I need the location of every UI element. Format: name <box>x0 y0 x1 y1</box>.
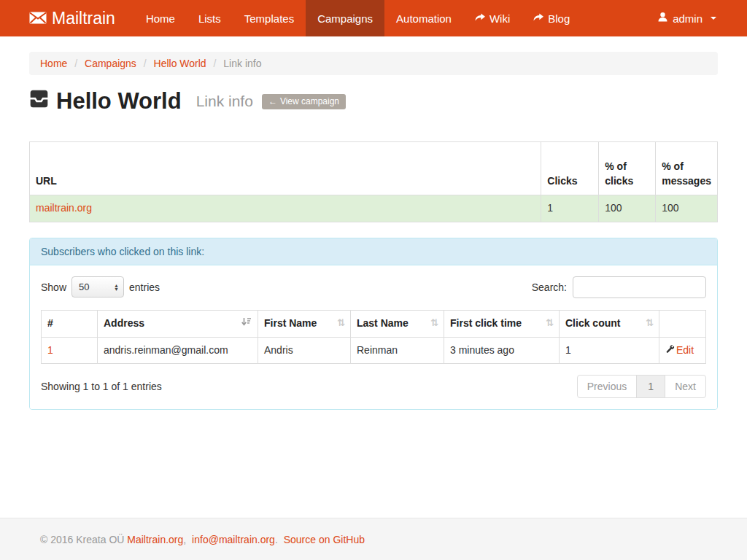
subscribers-header-row: # Address First Na <box>42 310 706 337</box>
page-title-text: Hello World <box>56 88 182 114</box>
table-info-text: Showing 1 to 1 of 1 entries <box>41 381 162 392</box>
links-header-url: URL <box>30 142 541 195</box>
user-icon <box>657 12 668 25</box>
header-label: # <box>47 316 53 331</box>
brand-label: Mailtrain <box>52 9 115 28</box>
subscriber-index-link[interactable]: 1 <box>47 344 53 356</box>
header-label: First Name <box>264 316 317 331</box>
page-subtitle: Link info <box>196 93 253 110</box>
links-table-row: mailtrain.org 1 100 100 <box>30 195 718 222</box>
nav-label: Lists <box>198 12 221 25</box>
brand-link[interactable]: Mailtrain <box>19 0 125 36</box>
header-actions <box>659 310 706 337</box>
links-table: URL Clicks % of clicks % of messages mai… <box>29 141 718 222</box>
nav-item-wiki[interactable]: Wiki <box>463 0 522 36</box>
footer-mailtrain-link[interactable]: Mailtrain.org <box>127 534 183 545</box>
page-length-control: Show 50 ▲▼ entries <box>41 276 160 298</box>
pagination-previous-button[interactable]: Previous <box>577 375 637 398</box>
url-link[interactable]: mailtrain.org <box>36 202 92 214</box>
subscribers-panel: Subscribers who clicked on this link: Sh… <box>29 238 718 411</box>
nav-label: Home <box>146 12 175 25</box>
top-navbar: Mailtrain Home Lists Templates Campaigns… <box>0 0 747 36</box>
share-icon <box>533 12 543 25</box>
header-index: # <box>42 310 98 337</box>
links-header-pct-messages: % of messages <box>656 142 718 195</box>
header-label: Address <box>104 316 144 331</box>
subscriber-address: andris.reinman@gmail.com <box>98 337 258 364</box>
panel-title: Subscribers who clicked on this link: <box>30 238 717 265</box>
sort-icon: ⇅ <box>546 316 553 330</box>
sort-icon: ⇅ <box>337 316 344 330</box>
user-menu[interactable]: admin <box>646 0 728 36</box>
arrow-left-icon: ← <box>268 96 277 106</box>
search-input[interactable] <box>573 276 706 298</box>
breadcrumb-current: Link info <box>223 58 261 69</box>
breadcrumb-hello-world[interactable]: Hello World <box>154 58 206 69</box>
subscriber-click-count: 1 <box>560 337 659 364</box>
view-campaign-label: View campaign <box>280 96 339 106</box>
edit-label: Edit <box>676 343 694 358</box>
links-header-pct-clicks: % of clicks <box>599 142 656 195</box>
nav-item-templates[interactable]: Templates <box>233 0 306 36</box>
breadcrumb-home[interactable]: Home <box>40 58 67 69</box>
header-label: Last Name <box>357 316 409 331</box>
sort-asc-icon <box>241 316 252 331</box>
user-label: admin <box>673 12 703 25</box>
nav-item-automation[interactable]: Automation <box>384 0 463 36</box>
nav-item-home[interactable]: Home <box>134 0 187 36</box>
pagination-next-button[interactable]: Next <box>665 375 706 398</box>
nav-item-lists[interactable]: Lists <box>187 0 233 36</box>
sort-icon: ⇅ <box>430 316 438 330</box>
nav-label: Templates <box>244 12 294 25</box>
datatable-toolbar: Show 50 ▲▼ entries Search: <box>41 276 706 298</box>
copyright-text: © 2016 Kreata OÜ <box>40 534 124 545</box>
show-label: Show <box>41 281 66 293</box>
header-address[interactable]: Address <box>98 310 258 337</box>
header-label: Click count <box>565 316 620 331</box>
pct-clicks-value: 100 <box>599 195 656 222</box>
subscribers-table: # Address First Na <box>41 310 706 365</box>
subscriber-first-name: Andris <box>258 337 351 364</box>
header-label: First click time <box>450 316 522 331</box>
pagination-page-1-button[interactable]: 1 <box>636 375 665 398</box>
datatable-footer: Showing 1 to 1 of 1 entries Previous 1 N… <box>41 375 706 398</box>
header-click-count[interactable]: Click count ⇅ <box>560 310 659 337</box>
subscriber-row: 1 andris.reinman@gmail.com Andris Reinma… <box>42 337 706 364</box>
entries-label: entries <box>129 281 160 293</box>
inbox-icon <box>29 88 49 114</box>
envelope-icon <box>29 9 47 28</box>
main-nav: Home Lists Templates Campaigns Automatio… <box>134 0 581 36</box>
clicks-value: 1 <box>541 195 599 222</box>
footer-email-link[interactable]: info@mailtrain.org <box>192 534 275 545</box>
page-footer: © 2016 Kreata OÜ Mailtrain.org, info@mai… <box>0 518 747 560</box>
page-length-select[interactable]: 50 <box>71 276 124 298</box>
links-table-header-row: URL Clicks % of clicks % of messages <box>30 142 718 195</box>
subscriber-first-click-time: 3 minutes ago <box>444 337 560 364</box>
nav-item-campaigns[interactable]: Campaigns <box>306 0 384 36</box>
footer-separator: . <box>275 534 278 545</box>
footer-source-link[interactable]: Source on GitHub <box>284 534 365 545</box>
pagination: Previous 1 Next <box>577 375 706 398</box>
header-first-click-time[interactable]: First click time ⇅ <box>444 310 560 337</box>
share-icon <box>475 12 485 25</box>
search-label: Search: <box>532 281 567 293</box>
links-header-clicks: Clicks <box>541 142 599 195</box>
page-title: Hello World Link info <box>29 88 253 114</box>
nav-label: Wiki <box>489 12 510 25</box>
edit-link[interactable]: Edit <box>665 343 694 358</box>
nav-label: Campaigns <box>317 12 373 25</box>
nav-label: Automation <box>396 12 452 25</box>
wrench-icon <box>665 343 675 358</box>
header-last-name[interactable]: Last Name ⇅ <box>351 310 444 337</box>
breadcrumb-campaigns[interactable]: Campaigns <box>85 58 136 69</box>
caret-down-icon <box>711 17 716 20</box>
footer-separator: , <box>183 534 186 545</box>
page-header: Hello World Link info ← View campaign <box>29 88 718 114</box>
pct-messages-value: 100 <box>656 195 718 222</box>
nav-item-blog[interactable]: Blog <box>522 0 581 36</box>
sort-icon: ⇅ <box>646 316 653 330</box>
header-first-name[interactable]: First Name ⇅ <box>258 310 351 337</box>
breadcrumb-separator: / <box>139 58 151 69</box>
view-campaign-button[interactable]: ← View campaign <box>262 94 346 109</box>
subscriber-last-name: Reinman <box>351 337 444 364</box>
